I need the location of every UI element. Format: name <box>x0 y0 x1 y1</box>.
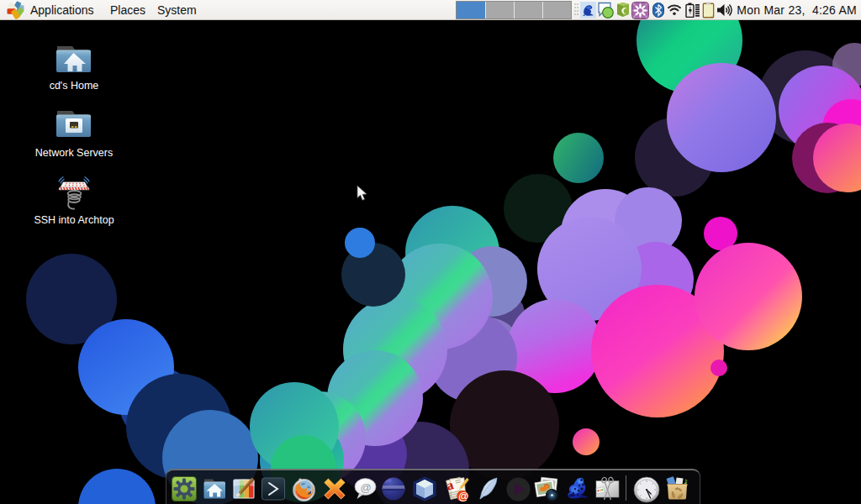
svg-text:@: @ <box>458 491 469 502</box>
svg-text:@: @ <box>361 481 372 494</box>
